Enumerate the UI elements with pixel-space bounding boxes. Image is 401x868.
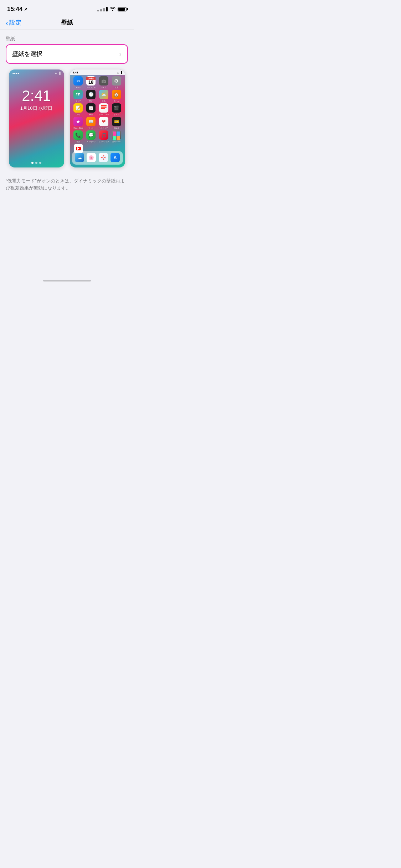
status-bar: 15:44 ↗	[0, 0, 134, 16]
lock-status-time: ●●●●	[12, 72, 19, 75]
app-icon-camera[interactable]: カメラ	[98, 76, 109, 88]
app-label-health: ヘルスケア	[98, 127, 109, 129]
homescreen-preview[interactable]: 9:41 ▲ ▐ ✉ メール 火曜日	[70, 69, 125, 167]
app-icon-weather[interactable]: ⛅ 天気	[98, 90, 109, 102]
camera-icon	[99, 76, 108, 86]
app-label-maps: マップ	[72, 100, 84, 102]
app-icon-reminders[interactable]: リマインダー	[98, 103, 109, 115]
app-icon-health[interactable]: ❤ ヘルスケア	[98, 117, 109, 129]
safari-icon	[99, 153, 108, 162]
app-label-reminders: リマインダー	[98, 113, 109, 115]
dock: ☁ 🌸 A	[72, 151, 123, 165]
app-label-tools: 便利ツール	[111, 140, 122, 143]
home-indicator	[0, 277, 134, 286]
app-icon-books[interactable]: 📖 ブック	[85, 117, 97, 129]
settings-icon: ⚙	[112, 76, 121, 86]
app-icon-stocks[interactable]: 📈 株価	[85, 103, 97, 115]
app-icon-itunes[interactable]: ★ iTunes Store	[72, 117, 84, 129]
status-time: 15:44 ↗	[7, 6, 27, 13]
signal-icon	[97, 7, 108, 11]
svg-marker-5	[103, 155, 104, 160]
app-icon-home[interactable]: 🏠 ホーム	[111, 90, 122, 102]
app-icon-calendar[interactable]: 火曜日 18 カレンダー	[85, 76, 97, 88]
itunes-icon: ★	[73, 117, 83, 126]
wallpaper-previews: ●●●● ▲ ▐ 2:41 1月10日 水曜日 9:41 ▲	[0, 69, 134, 173]
app-label-calendar: カレンダー	[85, 86, 97, 88]
app-icon-maps[interactable]: 🗺 マップ	[72, 90, 84, 102]
app-label-books: ブック	[85, 127, 97, 129]
homescreen-bg: 9:41 ▲ ▐ ✉ メール 火曜日	[70, 69, 125, 167]
phone-icon: 📞	[73, 130, 83, 140]
books-icon: 📖	[86, 117, 96, 126]
reminders-icon	[99, 103, 108, 113]
calendar-icon: 火曜日 18	[86, 76, 96, 86]
dock-icon-icloud[interactable]: ☁	[74, 153, 85, 163]
note-text: “低電力モード”がオンのときは、ダイナミックの壁紙および視差効果が無効になります…	[0, 173, 134, 206]
lockscreen-time: 2:41	[22, 87, 51, 104]
wallet-icon: 💳	[112, 117, 121, 126]
back-label: 設定	[9, 19, 21, 27]
home-app-icon: 🏠	[112, 90, 121, 99]
app-label-clock: 時計	[85, 100, 97, 102]
lockscreen-preview[interactable]: ●●●● ▲ ▐ 2:41 1月10日 水曜日	[9, 69, 64, 167]
app-grid: ✉ メール 火曜日 18 カレンダー カメラ	[70, 75, 125, 159]
tools-icon	[112, 130, 121, 140]
back-chevron-icon: ‹	[6, 19, 8, 26]
messages-icon: 💬	[86, 130, 96, 140]
app-icon-tools[interactable]: 便利ツール	[111, 130, 122, 143]
weather-icon: ⛅	[99, 90, 108, 99]
app-icon-clock[interactable]: 🕐 時計	[85, 90, 97, 102]
music-icon: 🎵	[99, 130, 108, 140]
app-label-weather: 天気	[98, 100, 109, 102]
app-row-5: 📞 電話 💬 メッセージ 🎵 ミュージック	[72, 130, 123, 143]
back-button[interactable]: ‹ 設定	[6, 19, 21, 27]
app-icon-settings[interactable]: ⚙ 設定	[111, 76, 122, 88]
nav-bar: ‹ 設定 壁紙	[0, 16, 134, 30]
stocks-icon: 📈	[86, 103, 96, 113]
home-status-bar: 9:41 ▲ ▐	[70, 69, 125, 75]
home-indicator-bar	[43, 280, 91, 281]
app-label-home: ホーム	[111, 100, 122, 102]
app-label-mail: メール	[72, 86, 84, 88]
mail-icon: ✉	[73, 76, 83, 86]
app-label-phone: 電話	[72, 140, 84, 143]
app-label-wallet: Wallet	[111, 127, 122, 129]
page-title: 壁紙	[61, 19, 73, 27]
battery-icon	[118, 7, 127, 11]
dock-icon-photos[interactable]: 🌸	[86, 153, 97, 163]
health-icon: ❤	[99, 117, 108, 126]
home-wifi-icon: ▲	[117, 71, 119, 74]
status-icons	[97, 6, 127, 12]
svg-point-2	[103, 81, 104, 82]
dock-icon-safari[interactable]	[98, 153, 109, 163]
lockscreen-page-dots	[31, 162, 41, 164]
maps-icon: 🗺	[73, 90, 83, 99]
dock-icon-appstore[interactable]: A	[109, 153, 121, 163]
home-battery-icon: ▐	[120, 71, 122, 74]
photos-icon: 🌸	[87, 153, 96, 162]
choose-wallpaper-button[interactable]: 壁紙を選択	[6, 44, 128, 64]
app-icon-phone[interactable]: 📞 電話	[72, 130, 84, 143]
app-icon-notes[interactable]: 📝 メモ	[72, 103, 84, 115]
app-icon-wallet[interactable]: 💳 Wallet	[111, 117, 122, 129]
app-label-stocks: 株価	[85, 113, 97, 115]
icloud-icon: ☁	[75, 153, 84, 162]
app-label-settings: 設定	[111, 86, 122, 88]
notes-icon: 📝	[73, 103, 83, 113]
app-row-2: 🗺 マップ 🕐 時計 ⛅ 天気 🏠 ホーム	[72, 90, 123, 102]
app-label-notes: メモ	[72, 113, 84, 115]
appstore-icon: A	[110, 153, 120, 162]
app-icon-mail[interactable]: ✉ メール	[72, 76, 84, 88]
wifi-icon	[110, 6, 115, 12]
location-icon: ↗	[24, 7, 27, 12]
lock-battery-icon: ▐	[58, 72, 61, 75]
lockscreen-date: 1月10日 水曜日	[20, 105, 52, 112]
app-label-messages: メッセージ	[85, 140, 97, 143]
app-icon-music[interactable]: 🎵 ミュージック	[98, 130, 109, 143]
app-icon-messages[interactable]: 💬 メッセージ	[85, 130, 97, 143]
app-icon-video[interactable]: 🎬 ビデオ	[111, 103, 122, 115]
video-icon: 🎬	[112, 103, 121, 113]
home-status-time: 9:41	[73, 71, 78, 74]
app-label-music: ミュージック	[98, 140, 109, 143]
section-label: 壁紙	[0, 30, 134, 44]
